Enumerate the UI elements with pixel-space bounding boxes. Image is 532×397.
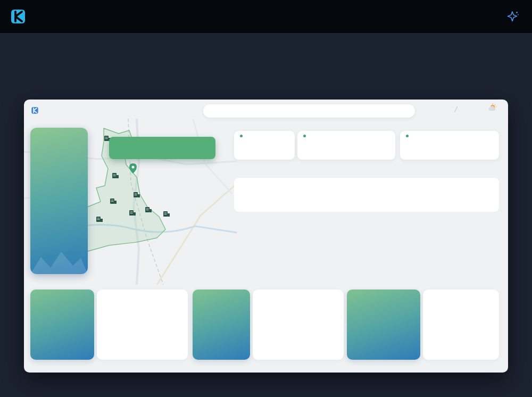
projection-svg (388, 230, 494, 269)
tooltip-year-stat (131, 144, 132, 155)
sparkle-icon (506, 10, 520, 23)
effect-bars (245, 231, 375, 267)
kpi-month-rate (373, 135, 389, 152)
map-tooltip (109, 137, 215, 159)
terminal-gradient-card (193, 290, 250, 360)
source-columns (97, 290, 188, 360)
dashboard-logo-icon (30, 106, 39, 115)
kpi-card-month (297, 131, 395, 160)
green-dot-icon (303, 135, 306, 137)
green-dot-icon (240, 135, 243, 137)
dashboard-header (24, 100, 508, 121)
source-section (30, 286, 188, 360)
site-header (0, 0, 532, 33)
green-dot-icon (406, 135, 409, 137)
terminal-section (193, 286, 344, 360)
usage-donut-chart (477, 135, 493, 151)
kpi-year-rate (477, 135, 493, 152)
sidebar-stats (30, 128, 88, 274)
source-gradient-card (30, 290, 94, 360)
page: / (0, 0, 532, 397)
effect-plot (245, 231, 375, 267)
effect-chart (236, 223, 375, 269)
fee-columns (423, 290, 499, 360)
site-contact (39, 7, 47, 26)
tooltip-month-stat (115, 144, 116, 155)
site-logo-icon (9, 7, 28, 26)
kpi-card-year (400, 131, 499, 160)
process-stats (234, 178, 499, 212)
terminal-columns (253, 290, 344, 360)
mountain-decoration (30, 242, 88, 274)
dashboard: / (24, 100, 508, 373)
usage-donut-chart (373, 135, 389, 151)
fee-gradient-card (347, 290, 420, 360)
portfolio-link[interactable] (506, 10, 523, 23)
fee-section (347, 286, 499, 360)
projection-chart (388, 223, 498, 270)
kpi-card-today (234, 131, 295, 160)
